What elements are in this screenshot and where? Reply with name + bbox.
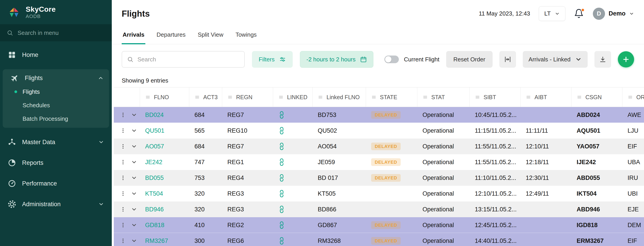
column-header-aibt[interactable]: AIBT <box>520 88 571 107</box>
row-expand-button[interactable] <box>131 206 137 213</box>
row-menu-button[interactable] <box>120 222 126 228</box>
time-range-button[interactable]: -2 hours to 2 hours <box>300 51 374 68</box>
table-row[interactable]: GD818410REG2GD867DELAYEDOperational12:45… <box>114 217 644 233</box>
table-row[interactable]: AO057684REG7AO054DELAYEDOperational11:55… <box>114 138 644 154</box>
column-header-act3[interactable]: ACT3 <box>189 88 222 107</box>
row-expand-button[interactable] <box>131 222 137 228</box>
linked-indicator[interactable] <box>278 159 285 165</box>
add-flight-button[interactable] <box>618 51 634 67</box>
column-header-linked-flno[interactable]: Linked FLNO <box>312 88 366 107</box>
sidebar-item-administration[interactable]: Administration <box>0 194 112 215</box>
table-row[interactable]: BD024684REG7BD753DELAYEDOperational10:45… <box>114 107 644 123</box>
menu-search-input[interactable] <box>17 29 105 37</box>
reset-order-button[interactable]: Reset Order <box>446 51 492 68</box>
linked-indicator[interactable] <box>278 238 285 244</box>
row-menu-button[interactable] <box>120 238 126 244</box>
brand-subtitle: AODB <box>26 13 56 19</box>
row-expand-button[interactable] <box>131 143 137 149</box>
row-menu-button[interactable] <box>120 159 126 165</box>
cell-linked <box>273 154 312 170</box>
row-expand-button[interactable] <box>131 238 137 244</box>
row-expand-button[interactable] <box>131 127 137 134</box>
cell-flno[interactable]: AO057 <box>140 138 189 154</box>
linked-indicator[interactable] <box>278 222 285 229</box>
drag-handle-icon[interactable] <box>423 95 428 100</box>
sidebar-item-reports[interactable]: Reports <box>0 152 112 173</box>
row-expand-button[interactable] <box>131 112 137 118</box>
drag-handle-icon[interactable] <box>278 95 284 100</box>
cell-flno[interactable]: QU501 <box>140 123 189 138</box>
row-menu-button[interactable] <box>120 143 126 149</box>
view-select[interactable]: Arrivals - Linked <box>523 51 588 68</box>
linked-indicator[interactable] <box>278 206 285 213</box>
drag-handle-icon[interactable] <box>195 95 200 100</box>
cell-flno[interactable]: KT504 <box>140 186 189 202</box>
cell-flno[interactable]: GD818 <box>140 217 189 233</box>
row-menu-button[interactable] <box>120 175 126 181</box>
column-header-csgn[interactable]: CSGN <box>571 88 622 107</box>
filters-button[interactable]: Filters <box>252 51 293 68</box>
row-menu-button[interactable] <box>120 112 126 118</box>
cell-flno[interactable]: BD946 <box>140 202 189 217</box>
cell-flno[interactable]: BD024 <box>140 107 189 123</box>
tab-towings[interactable]: Towings <box>234 28 258 44</box>
cell-act3: 410 <box>189 217 222 233</box>
resize-columns-button[interactable] <box>499 51 516 68</box>
table-row[interactable]: BD055753REG4BD 017DELAYEDOperational11:1… <box>114 170 644 186</box>
sidebar-item-flights[interactable]: Flights <box>3 71 109 85</box>
linked-indicator[interactable] <box>278 190 285 197</box>
drag-handle-icon[interactable] <box>577 95 582 100</box>
sidebar-item-home[interactable]: Home <box>0 44 112 65</box>
cell-flno[interactable]: JE242 <box>140 154 189 170</box>
tab-split-view[interactable]: Split View <box>197 28 224 44</box>
sidebar-subitem-schedules[interactable]: Schedules <box>3 99 109 112</box>
cell-flno[interactable]: RM3267 <box>140 233 189 246</box>
row-menu-button[interactable] <box>120 191 126 197</box>
timezone-value: LT <box>544 10 551 17</box>
table-row[interactable]: RM3267300REG6RM3268DELAYEDOperational14:… <box>114 233 644 246</box>
column-header-state[interactable]: STATE <box>366 88 417 107</box>
linked-indicator[interactable] <box>278 174 285 181</box>
linked-indicator[interactable] <box>278 143 285 150</box>
table-row[interactable]: KT504320REG3KT505Operational12:10/11.05.… <box>114 186 644 202</box>
linked-indicator[interactable] <box>278 127 285 134</box>
column-width-icon <box>504 56 511 63</box>
user-menu[interactable]: D Demo <box>593 8 634 20</box>
drag-handle-icon[interactable] <box>475 95 480 100</box>
column-header-linked[interactable]: LINKED <box>273 88 312 107</box>
tab-departures[interactable]: Departures <box>156 28 186 44</box>
drag-handle-icon[interactable] <box>145 95 150 100</box>
table-row[interactable]: QU501565REG10QU502Operational11:15/11.05… <box>114 123 644 138</box>
column-header-stat[interactable]: STAT <box>417 88 469 107</box>
drag-handle-icon[interactable] <box>628 95 633 100</box>
row-expand-button[interactable] <box>131 190 137 197</box>
row-menu-button[interactable] <box>120 206 126 212</box>
sidebar-item-master-data[interactable]: Master Data <box>0 132 112 152</box>
column-header-regn[interactable]: REGN <box>222 88 273 107</box>
column-header-sibt[interactable]: SIBT <box>469 88 520 107</box>
timezone-select[interactable]: LT <box>539 6 565 21</box>
column-header-flno[interactable]: FLNO <box>140 88 189 107</box>
row-expand-button[interactable] <box>131 175 137 181</box>
menu-search[interactable] <box>0 24 112 41</box>
drag-handle-icon[interactable] <box>318 95 323 100</box>
linked-indicator[interactable] <box>278 112 285 118</box>
notifications-button[interactable] <box>574 8 584 19</box>
row-expand-button[interactable] <box>131 159 137 165</box>
sidebar-subitem-flights[interactable]: Flights <box>3 85 109 99</box>
tab-arrivals[interactable]: Arrivals <box>122 28 145 44</box>
current-flight-toggle[interactable] <box>384 56 399 63</box>
sidebar-item-performance[interactable]: Performance <box>0 173 112 194</box>
cell-flno[interactable]: BD055 <box>140 170 189 186</box>
column-header-org[interactable]: ORG <box>622 88 644 107</box>
drag-handle-icon[interactable] <box>526 95 531 100</box>
export-button[interactable] <box>594 51 611 68</box>
table-search-input[interactable] <box>137 56 239 63</box>
table-search[interactable] <box>122 51 245 68</box>
drag-handle-icon[interactable] <box>371 95 376 100</box>
row-menu-button[interactable] <box>120 128 126 133</box>
sidebar-subitem-batch-processing[interactable]: Batch Processing <box>3 112 109 125</box>
drag-handle-icon[interactable] <box>228 95 232 100</box>
table-row[interactable]: BD946320REG3BD866Operational13:15/11.05.… <box>114 202 644 217</box>
table-row[interactable]: JE242747REG1JE059DELAYEDOperational11:55… <box>114 154 644 170</box>
